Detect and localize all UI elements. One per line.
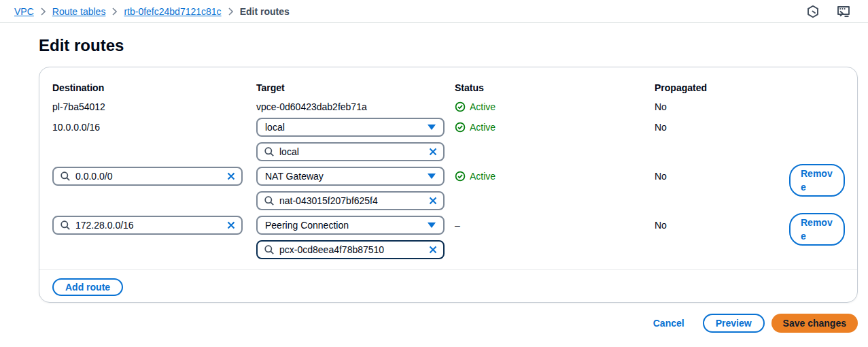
target-select[interactable]: local — [256, 118, 445, 137]
cancel-button[interactable]: Cancel — [653, 318, 684, 329]
destination-input[interactable] — [75, 220, 222, 231]
target-select-value: local — [265, 122, 285, 133]
propagated-value: No — [655, 167, 789, 183]
target-search-box — [256, 191, 445, 210]
target-select-value: NAT Gateway — [265, 171, 324, 182]
chevron-down-icon — [428, 125, 436, 130]
top-navigation-bar: VPC Route tables rtb-0fefc24bd7121c81c E… — [0, 0, 868, 23]
chevron-right-icon — [112, 7, 117, 16]
destination-value: 10.0.0.0/16 — [52, 118, 256, 134]
status-badge: Active — [455, 100, 655, 114]
target-search-input[interactable] — [279, 146, 423, 157]
status-text: Active — [470, 169, 496, 183]
panel-footer: Add route — [39, 269, 857, 302]
amazon-q-hexagon-icon[interactable] — [806, 5, 820, 18]
clear-icon[interactable] — [428, 147, 438, 156]
breadcrumb-link-route-table-id[interactable]: rtb-0fefc24bd7121c81c — [124, 6, 221, 17]
table-row: NAT Gateway — [52, 167, 844, 210]
search-icon — [264, 195, 275, 206]
propagated-value: No — [655, 118, 789, 134]
column-header-destination: Destination — [52, 81, 256, 95]
save-changes-button[interactable]: Save changes — [771, 314, 858, 333]
target-search-input[interactable] — [279, 244, 423, 255]
status-text: Active — [470, 120, 496, 134]
breadcrumb: VPC Route tables rtb-0fefc24bd7121c81c E… — [14, 6, 290, 17]
search-icon — [264, 244, 275, 255]
check-circle-icon — [455, 171, 466, 182]
breadcrumb-link-route-tables[interactable]: Route tables — [52, 6, 106, 17]
propagated-value: No — [655, 100, 789, 114]
target-value: vpce-0d60423dab2feb71a — [256, 100, 455, 114]
target-search-box — [256, 142, 445, 161]
search-icon — [264, 146, 275, 157]
breadcrumb-current-page: Edit routes — [240, 6, 290, 17]
preview-button[interactable]: Preview — [703, 314, 765, 333]
check-circle-icon — [455, 122, 466, 133]
target-search-box — [256, 240, 445, 259]
target-select[interactable]: Peering Connection — [256, 216, 445, 235]
chevron-down-icon — [428, 174, 436, 179]
column-header-propagated: Propagated — [655, 81, 789, 95]
chevron-down-icon — [428, 222, 436, 228]
destination-input[interactable] — [75, 171, 222, 182]
propagated-value: No — [655, 216, 789, 232]
destination-search-box — [52, 167, 243, 186]
clear-icon[interactable] — [226, 220, 236, 230]
chevron-right-icon — [41, 7, 46, 16]
clear-icon[interactable] — [428, 196, 438, 205]
remove-route-button[interactable]: Remove — [789, 164, 845, 197]
column-header-target: Target — [256, 81, 455, 95]
clear-icon[interactable] — [226, 171, 236, 181]
remove-route-button[interactable]: Remove — [789, 213, 845, 246]
target-search-input[interactable] — [279, 195, 423, 206]
cloudshell-terminal-icon[interactable] — [836, 5, 851, 18]
target-select[interactable]: NAT Gateway — [256, 167, 445, 186]
table-header-row: Destination Target Status Propagated — [52, 81, 844, 95]
status-text: Active — [470, 100, 496, 114]
page-title: Edit routes — [39, 36, 868, 55]
search-icon — [60, 171, 71, 182]
destination-value: pl-7ba54012 — [52, 100, 256, 114]
page-actions: Cancel Preview Save changes — [0, 314, 858, 333]
edit-routes-panel: Destination Target Status Propagated pl-… — [39, 67, 858, 303]
table-row: pl-7ba54012 vpce-0d60423dab2feb71a Activ… — [52, 100, 844, 114]
status-badge: Active — [455, 118, 655, 134]
check-circle-icon — [455, 101, 466, 112]
status-badge: Active — [455, 167, 655, 183]
table-row: 10.0.0.0/16 local — [52, 118, 844, 161]
breadcrumb-link-vpc[interactable]: VPC — [14, 6, 34, 17]
column-header-status: Status — [455, 81, 655, 95]
chevron-right-icon — [228, 7, 233, 16]
target-select-value: Peering Connection — [265, 220, 349, 231]
table-row: Peering Connection – No Remove — [52, 216, 844, 259]
status-empty: – — [455, 216, 655, 232]
destination-search-box — [52, 216, 243, 235]
clear-icon[interactable] — [428, 245, 438, 254]
search-icon — [60, 220, 71, 231]
topbar-icons — [806, 5, 851, 18]
add-route-button[interactable]: Add route — [52, 278, 123, 296]
